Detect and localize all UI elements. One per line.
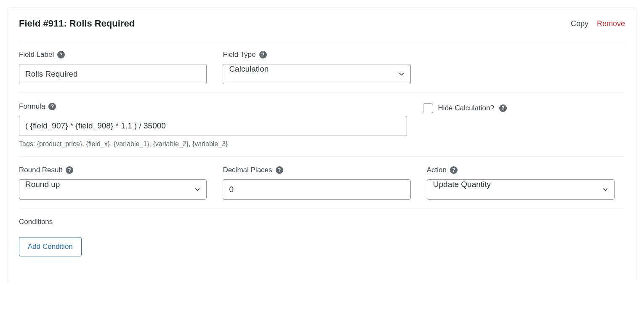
hide-calculation-checkbox[interactable] [423,103,433,113]
panel-title: Field #911: Rolls Required [19,18,135,29]
remove-button[interactable]: Remove [597,19,625,28]
formula-label: Formula [19,102,45,111]
field-label-label: Field Label [19,51,54,59]
field-label-group: Field Label ? [19,51,207,84]
hide-calculation-label: Hide Calculation? [438,104,494,112]
copy-button[interactable]: Copy [571,19,588,28]
decimal-places-label: Decimal Places [223,166,272,174]
formula-tags-help: Tags: {product_price}, {field_x}, {varia… [19,140,407,148]
panel-actions: Copy Remove [564,19,625,28]
field-type-label: Field Type [223,51,255,59]
help-icon[interactable]: ? [276,166,283,174]
help-icon[interactable]: ? [259,51,267,59]
conditions-group: Conditions Add Condition [19,218,82,256]
add-condition-button[interactable]: Add Condition [19,237,82,256]
field-type-group: Field Type ? Calculation [223,51,410,84]
action-select[interactable]: Update Quantity [427,179,615,200]
decimal-places-input[interactable] [223,179,410,200]
field-type-select[interactable]: Calculation [223,64,410,84]
field-panel: Field #911: Rolls Required Copy Remove F… [8,8,636,281]
help-icon[interactable]: ? [57,51,65,59]
formula-group: Formula ? Tags: {product_price}, {field_… [19,102,407,148]
help-icon[interactable]: ? [499,104,507,112]
round-result-group: Round Result ? Round up [19,166,207,200]
action-label: Action [427,166,447,174]
round-result-label: Round Result [19,166,62,174]
help-icon[interactable]: ? [48,103,56,110]
conditions-label: Conditions [19,218,82,226]
formula-input[interactable] [19,116,407,136]
hide-calculation-group: Hide Calculation? ? [423,102,507,148]
decimal-places-group: Decimal Places ? [223,166,410,200]
help-icon[interactable]: ? [450,166,458,174]
field-label-input[interactable] [19,64,207,84]
round-result-select[interactable]: Round up [19,179,207,200]
panel-header: Field #911: Rolls Required Copy Remove [19,18,625,41]
help-icon[interactable]: ? [66,166,73,174]
action-group: Action ? Update Quantity [427,166,615,200]
